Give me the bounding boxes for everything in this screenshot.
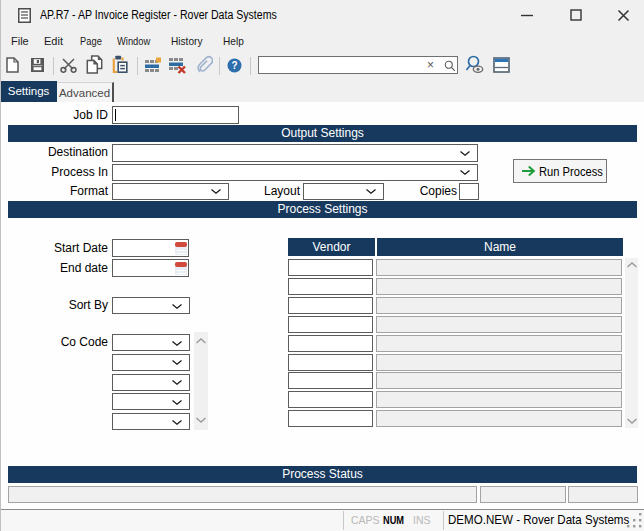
svg-text:?: ? <box>231 60 237 71</box>
